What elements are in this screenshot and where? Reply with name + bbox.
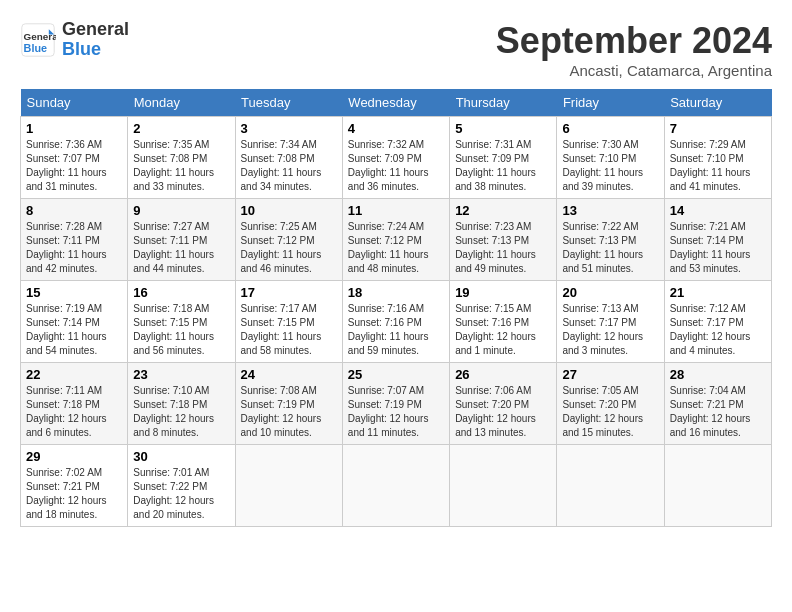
calendar-cell bbox=[235, 445, 342, 527]
cell-content: Sunrise: 7:02 AMSunset: 7:21 PMDaylight:… bbox=[26, 467, 107, 520]
day-number: 10 bbox=[241, 203, 337, 218]
col-header-thursday: Thursday bbox=[450, 89, 557, 117]
calendar-cell: 20 Sunrise: 7:13 AMSunset: 7:17 PMDaylig… bbox=[557, 281, 664, 363]
calendar-cell: 3 Sunrise: 7:34 AMSunset: 7:08 PMDayligh… bbox=[235, 117, 342, 199]
day-number: 15 bbox=[26, 285, 122, 300]
cell-content: Sunrise: 7:35 AMSunset: 7:08 PMDaylight:… bbox=[133, 139, 214, 192]
cell-content: Sunrise: 7:21 AMSunset: 7:14 PMDaylight:… bbox=[670, 221, 751, 274]
cell-content: Sunrise: 7:16 AMSunset: 7:16 PMDaylight:… bbox=[348, 303, 429, 356]
day-number: 20 bbox=[562, 285, 658, 300]
day-number: 6 bbox=[562, 121, 658, 136]
day-number: 5 bbox=[455, 121, 551, 136]
calendar-cell: 18 Sunrise: 7:16 AMSunset: 7:16 PMDaylig… bbox=[342, 281, 449, 363]
day-number: 19 bbox=[455, 285, 551, 300]
day-number: 11 bbox=[348, 203, 444, 218]
cell-content: Sunrise: 7:13 AMSunset: 7:17 PMDaylight:… bbox=[562, 303, 643, 356]
calendar-cell: 12 Sunrise: 7:23 AMSunset: 7:13 PMDaylig… bbox=[450, 199, 557, 281]
day-number: 2 bbox=[133, 121, 229, 136]
calendar-cell bbox=[664, 445, 771, 527]
calendar-cell: 4 Sunrise: 7:32 AMSunset: 7:09 PMDayligh… bbox=[342, 117, 449, 199]
cell-content: Sunrise: 7:06 AMSunset: 7:20 PMDaylight:… bbox=[455, 385, 536, 438]
day-number: 13 bbox=[562, 203, 658, 218]
calendar-table: SundayMondayTuesdayWednesdayThursdayFrid… bbox=[20, 89, 772, 527]
cell-content: Sunrise: 7:32 AMSunset: 7:09 PMDaylight:… bbox=[348, 139, 429, 192]
day-number: 22 bbox=[26, 367, 122, 382]
cell-content: Sunrise: 7:22 AMSunset: 7:13 PMDaylight:… bbox=[562, 221, 643, 274]
calendar-cell bbox=[450, 445, 557, 527]
day-number: 28 bbox=[670, 367, 766, 382]
calendar-cell: 13 Sunrise: 7:22 AMSunset: 7:13 PMDaylig… bbox=[557, 199, 664, 281]
col-header-friday: Friday bbox=[557, 89, 664, 117]
month-title: September 2024 bbox=[496, 20, 772, 62]
day-number: 27 bbox=[562, 367, 658, 382]
day-number: 14 bbox=[670, 203, 766, 218]
cell-content: Sunrise: 7:36 AMSunset: 7:07 PMDaylight:… bbox=[26, 139, 107, 192]
cell-content: Sunrise: 7:34 AMSunset: 7:08 PMDaylight:… bbox=[241, 139, 322, 192]
cell-content: Sunrise: 7:01 AMSunset: 7:22 PMDaylight:… bbox=[133, 467, 214, 520]
day-number: 29 bbox=[26, 449, 122, 464]
calendar-cell: 1 Sunrise: 7:36 AMSunset: 7:07 PMDayligh… bbox=[21, 117, 128, 199]
logo-text: General Blue bbox=[62, 20, 129, 60]
cell-content: Sunrise: 7:12 AMSunset: 7:17 PMDaylight:… bbox=[670, 303, 751, 356]
calendar-cell bbox=[557, 445, 664, 527]
cell-content: Sunrise: 7:29 AMSunset: 7:10 PMDaylight:… bbox=[670, 139, 751, 192]
day-number: 25 bbox=[348, 367, 444, 382]
calendar-cell: 2 Sunrise: 7:35 AMSunset: 7:08 PMDayligh… bbox=[128, 117, 235, 199]
calendar-cell: 17 Sunrise: 7:17 AMSunset: 7:15 PMDaylig… bbox=[235, 281, 342, 363]
day-number: 3 bbox=[241, 121, 337, 136]
cell-content: Sunrise: 7:08 AMSunset: 7:19 PMDaylight:… bbox=[241, 385, 322, 438]
calendar-week-3: 15 Sunrise: 7:19 AMSunset: 7:14 PMDaylig… bbox=[21, 281, 772, 363]
calendar-header-row: SundayMondayTuesdayWednesdayThursdayFrid… bbox=[21, 89, 772, 117]
calendar-cell: 10 Sunrise: 7:25 AMSunset: 7:12 PMDaylig… bbox=[235, 199, 342, 281]
location-subtitle: Ancasti, Catamarca, Argentina bbox=[496, 62, 772, 79]
cell-content: Sunrise: 7:28 AMSunset: 7:11 PMDaylight:… bbox=[26, 221, 107, 274]
calendar-cell: 22 Sunrise: 7:11 AMSunset: 7:18 PMDaylig… bbox=[21, 363, 128, 445]
calendar-cell: 15 Sunrise: 7:19 AMSunset: 7:14 PMDaylig… bbox=[21, 281, 128, 363]
calendar-cell: 19 Sunrise: 7:15 AMSunset: 7:16 PMDaylig… bbox=[450, 281, 557, 363]
cell-content: Sunrise: 7:11 AMSunset: 7:18 PMDaylight:… bbox=[26, 385, 107, 438]
day-number: 23 bbox=[133, 367, 229, 382]
header: General Blue General Blue September 2024… bbox=[20, 20, 772, 79]
logo-icon: General Blue bbox=[20, 22, 56, 58]
calendar-cell: 11 Sunrise: 7:24 AMSunset: 7:12 PMDaylig… bbox=[342, 199, 449, 281]
cell-content: Sunrise: 7:04 AMSunset: 7:21 PMDaylight:… bbox=[670, 385, 751, 438]
calendar-cell: 16 Sunrise: 7:18 AMSunset: 7:15 PMDaylig… bbox=[128, 281, 235, 363]
calendar-cell: 23 Sunrise: 7:10 AMSunset: 7:18 PMDaylig… bbox=[128, 363, 235, 445]
calendar-cell: 24 Sunrise: 7:08 AMSunset: 7:19 PMDaylig… bbox=[235, 363, 342, 445]
cell-content: Sunrise: 7:23 AMSunset: 7:13 PMDaylight:… bbox=[455, 221, 536, 274]
cell-content: Sunrise: 7:15 AMSunset: 7:16 PMDaylight:… bbox=[455, 303, 536, 356]
calendar-cell: 28 Sunrise: 7:04 AMSunset: 7:21 PMDaylig… bbox=[664, 363, 771, 445]
calendar-cell: 9 Sunrise: 7:27 AMSunset: 7:11 PMDayligh… bbox=[128, 199, 235, 281]
calendar-cell bbox=[342, 445, 449, 527]
calendar-cell: 26 Sunrise: 7:06 AMSunset: 7:20 PMDaylig… bbox=[450, 363, 557, 445]
logo: General Blue General Blue bbox=[20, 20, 129, 60]
calendar-cell: 30 Sunrise: 7:01 AMSunset: 7:22 PMDaylig… bbox=[128, 445, 235, 527]
calendar-week-1: 1 Sunrise: 7:36 AMSunset: 7:07 PMDayligh… bbox=[21, 117, 772, 199]
calendar-cell: 5 Sunrise: 7:31 AMSunset: 7:09 PMDayligh… bbox=[450, 117, 557, 199]
col-header-saturday: Saturday bbox=[664, 89, 771, 117]
cell-content: Sunrise: 7:10 AMSunset: 7:18 PMDaylight:… bbox=[133, 385, 214, 438]
day-number: 21 bbox=[670, 285, 766, 300]
cell-content: Sunrise: 7:18 AMSunset: 7:15 PMDaylight:… bbox=[133, 303, 214, 356]
day-number: 1 bbox=[26, 121, 122, 136]
calendar-cell: 25 Sunrise: 7:07 AMSunset: 7:19 PMDaylig… bbox=[342, 363, 449, 445]
col-header-tuesday: Tuesday bbox=[235, 89, 342, 117]
cell-content: Sunrise: 7:19 AMSunset: 7:14 PMDaylight:… bbox=[26, 303, 107, 356]
cell-content: Sunrise: 7:07 AMSunset: 7:19 PMDaylight:… bbox=[348, 385, 429, 438]
calendar-cell: 8 Sunrise: 7:28 AMSunset: 7:11 PMDayligh… bbox=[21, 199, 128, 281]
svg-text:Blue: Blue bbox=[24, 41, 47, 53]
calendar-cell: 27 Sunrise: 7:05 AMSunset: 7:20 PMDaylig… bbox=[557, 363, 664, 445]
cell-content: Sunrise: 7:17 AMSunset: 7:15 PMDaylight:… bbox=[241, 303, 322, 356]
calendar-week-2: 8 Sunrise: 7:28 AMSunset: 7:11 PMDayligh… bbox=[21, 199, 772, 281]
day-number: 16 bbox=[133, 285, 229, 300]
day-number: 18 bbox=[348, 285, 444, 300]
day-number: 24 bbox=[241, 367, 337, 382]
title-area: September 2024 Ancasti, Catamarca, Argen… bbox=[496, 20, 772, 79]
calendar-cell: 14 Sunrise: 7:21 AMSunset: 7:14 PMDaylig… bbox=[664, 199, 771, 281]
col-header-wednesday: Wednesday bbox=[342, 89, 449, 117]
cell-content: Sunrise: 7:27 AMSunset: 7:11 PMDaylight:… bbox=[133, 221, 214, 274]
calendar-cell: 29 Sunrise: 7:02 AMSunset: 7:21 PMDaylig… bbox=[21, 445, 128, 527]
day-number: 26 bbox=[455, 367, 551, 382]
day-number: 9 bbox=[133, 203, 229, 218]
col-header-monday: Monday bbox=[128, 89, 235, 117]
